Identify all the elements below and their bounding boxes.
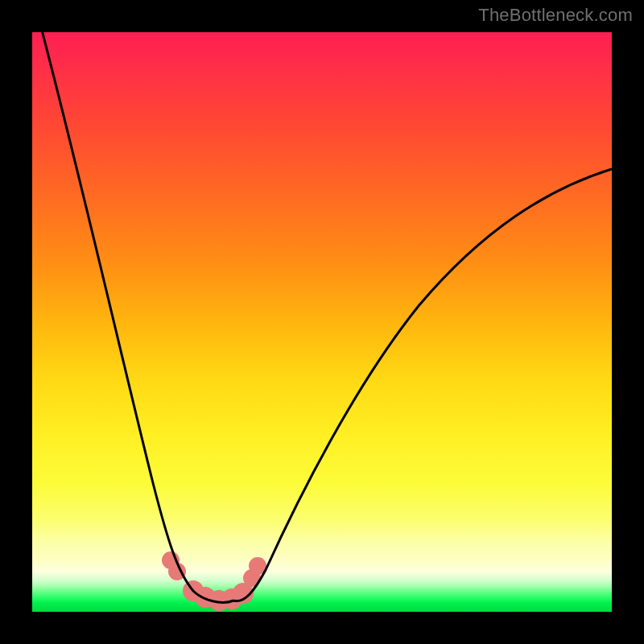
curve-layer	[32, 32, 612, 612]
plot-area	[32, 32, 612, 612]
watermark-text: TheBottleneck.com	[478, 5, 633, 26]
curve-left	[40, 32, 233, 602]
curve-right	[233, 169, 612, 601]
chart-frame: TheBottleneck.com	[0, 0, 644, 644]
